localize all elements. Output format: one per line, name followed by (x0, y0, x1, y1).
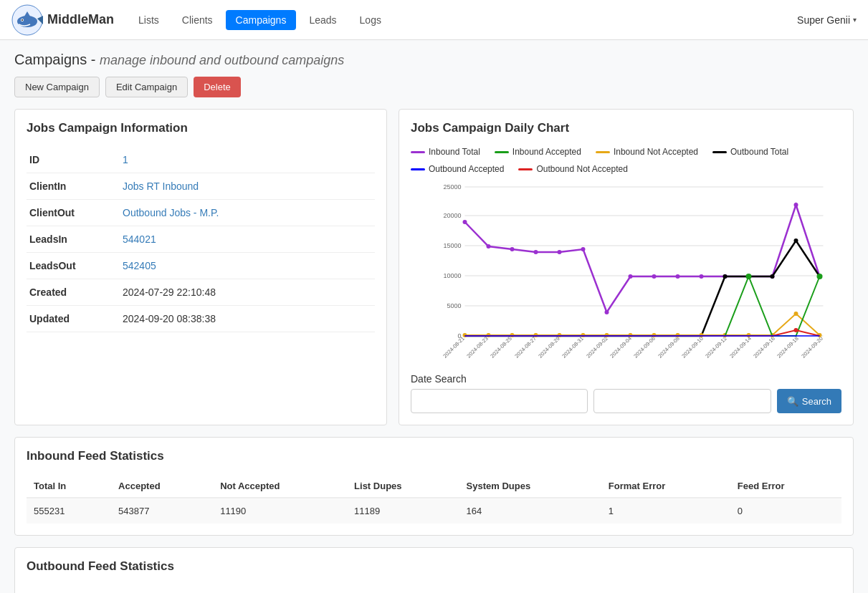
nav-logs[interactable]: Logs (350, 10, 391, 30)
svg-point-48 (794, 203, 798, 207)
user-menu[interactable]: Super Genii ▾ (797, 14, 857, 26)
svg-text:15000: 15000 (443, 242, 461, 249)
inbound-val-format-error[interactable]: 1 (601, 498, 730, 524)
inbound-val-system-dupes[interactable]: 164 (459, 498, 601, 524)
legend-outbound-total-label: Outbound Total (730, 147, 788, 157)
inbound-val-accepted: 543877 (111, 498, 213, 524)
svg-text:2024-08-25: 2024-08-25 (489, 335, 512, 359)
legend-outbound-accepted-icon (411, 168, 425, 170)
legend-inbound-not-accepted-icon (596, 151, 610, 153)
svg-text:2024-09-12: 2024-09-12 (704, 335, 728, 359)
outbound-stats-header-row: Total Out Accepted Not Accepted Post Err… (27, 585, 841, 593)
svg-text:2024-08-23: 2024-08-23 (465, 335, 489, 359)
info-row-leadsin: LeadsIn 544021 (27, 226, 375, 253)
chart-panel: Jobs Campaign Daily Chart Inbound Total … (399, 109, 854, 425)
brand-name: MiddleMan (47, 12, 114, 27)
info-label-leadsout: LeadsOut (27, 253, 120, 279)
info-label-id: ID (27, 147, 120, 173)
info-label-updated: Updated (27, 306, 120, 332)
inbound-col-accepted: Accepted (111, 475, 213, 498)
svg-point-50 (723, 274, 728, 279)
legend-inbound-accepted: Inbound Accepted (495, 147, 581, 157)
legend-outbound-total: Outbound Total (712, 147, 788, 157)
legend-outbound-accepted: Outbound Accepted (411, 164, 504, 174)
inbound-val-not-accepted[interactable]: 11190 (213, 498, 347, 524)
legend-inbound-not-accepted: Inbound Not Accepted (596, 147, 698, 157)
info-row-clientin: ClientIn Jobs RT Inbound (27, 173, 375, 200)
info-value-clientin[interactable]: Jobs RT Inbound (120, 173, 375, 200)
info-row-updated: Updated 2024-09-20 08:38:38 (27, 306, 375, 332)
action-buttons: New Campaign Edit Campaign Delete (14, 77, 854, 97)
svg-text:10000: 10000 (443, 272, 461, 279)
svg-point-69 (794, 312, 798, 316)
info-value-id: 1 (120, 147, 375, 173)
svg-text:2024-09-08: 2024-09-08 (657, 335, 680, 359)
info-value-leadsin[interactable]: 544021 (120, 226, 375, 253)
outbound-stats-panel: Outbound Feed Statistics Total Out Accep… (14, 547, 854, 593)
info-label-clientout: ClientOut (27, 200, 120, 226)
info-row-clientout: ClientOut Outbound Jobs - M.P. (27, 200, 375, 226)
campaign-info-table: ID 1 ClientIn Jobs RT Inbound ClientOut … (27, 147, 375, 332)
chart-title: Jobs Campaign Daily Chart (411, 121, 841, 135)
inbound-col-format-error: Format Error (601, 475, 730, 498)
edit-campaign-button[interactable]: Edit Campaign (105, 77, 188, 97)
nav-campaigns[interactable]: Campaigns (226, 10, 297, 30)
svg-text:2024-08-21: 2024-08-21 (442, 335, 465, 359)
svg-point-41 (629, 274, 633, 279)
svg-point-72 (817, 274, 823, 279)
svg-point-71 (746, 274, 752, 279)
chart-svg: .axis-label { font-size: 9px; fill: #666… (411, 181, 841, 367)
nav-leads[interactable]: Leads (299, 10, 346, 30)
inbound-stats-table: Total In Accepted Not Accepted List Dupe… (27, 475, 841, 524)
info-value-leadsout[interactable]: 542405 (120, 253, 375, 279)
user-name: Super Genii (797, 14, 850, 26)
new-campaign-button[interactable]: New Campaign (14, 77, 100, 97)
svg-text:2024-09-20: 2024-09-20 (800, 335, 824, 359)
search-button-label: Search (802, 396, 831, 407)
info-value-created: 2024-07-29 22:10:48 (120, 279, 375, 306)
nav-links: Lists Clients Campaigns Leads Logs (128, 10, 391, 30)
outbound-stats-title: Outbound Feed Statistics (27, 559, 841, 574)
inbound-val-feed-error[interactable]: 0 (730, 498, 841, 524)
inbound-not-accepted-line (465, 314, 820, 335)
search-button[interactable]: 🔍 Search (777, 389, 841, 413)
svg-text:5000: 5000 (447, 302, 461, 309)
nav-lists[interactable]: Lists (128, 10, 169, 30)
main-two-col: Jobs Campaign Information ID 1 ClientIn … (14, 109, 854, 425)
legend-outbound-accepted-label: Outbound Accepted (429, 164, 504, 174)
inbound-col-feed-error: Feed Error (730, 475, 841, 498)
date-search-end[interactable] (593, 389, 771, 413)
inbound-val-list-dupes[interactable]: 11189 (347, 498, 459, 524)
svg-text:2024-09-14: 2024-09-14 (728, 335, 752, 359)
svg-text:2024-09-16: 2024-09-16 (752, 335, 776, 359)
legend-outbound-not-accepted-label: Outbound Not Accepted (536, 164, 627, 174)
page-subtitle: manage inbound and outbound campaigns (100, 53, 344, 67)
svg-point-44 (700, 274, 704, 279)
svg-text:2024-08-29: 2024-08-29 (537, 335, 561, 359)
date-search-row: 🔍 Search (411, 389, 841, 413)
svg-point-38 (558, 250, 562, 254)
info-row-created: Created 2024-07-29 22:10:48 (27, 279, 375, 306)
legend-outbound-not-accepted-icon (518, 168, 533, 170)
nav-clients[interactable]: Clients (172, 10, 223, 30)
svg-text:2024-08-27: 2024-08-27 (513, 335, 537, 359)
outbound-col-not-accepted: Not Accepted (396, 585, 642, 593)
campaign-info-title: Jobs Campaign Information (27, 121, 375, 135)
inbound-col-list-dupes: List Dupes (347, 475, 459, 498)
date-search-start[interactable] (411, 389, 588, 413)
campaign-info-panel: Jobs Campaign Information ID 1 ClientIn … (14, 109, 387, 425)
inbound-stats-row: 555231 543877 11190 11189 164 1 0 (27, 498, 841, 524)
svg-point-34 (463, 220, 467, 224)
info-value-clientout[interactable]: Outbound Jobs - M.P. (120, 200, 375, 226)
svg-point-52 (771, 274, 775, 279)
legend-inbound-accepted-icon (495, 151, 509, 153)
info-value-updated: 2024-09-20 08:38:38 (120, 306, 375, 332)
svg-point-73 (794, 328, 798, 332)
delete-button[interactable]: Delete (194, 77, 241, 97)
page-title: Campaigns - manage inbound and outbound … (14, 52, 854, 68)
page-content: Campaigns - manage inbound and outbound … (0, 40, 868, 593)
svg-text:2024-08-31: 2024-08-31 (561, 335, 584, 359)
svg-point-39 (581, 247, 586, 251)
legend-inbound-total-icon (411, 151, 425, 153)
svg-text:2024-09-06: 2024-09-06 (632, 335, 656, 359)
